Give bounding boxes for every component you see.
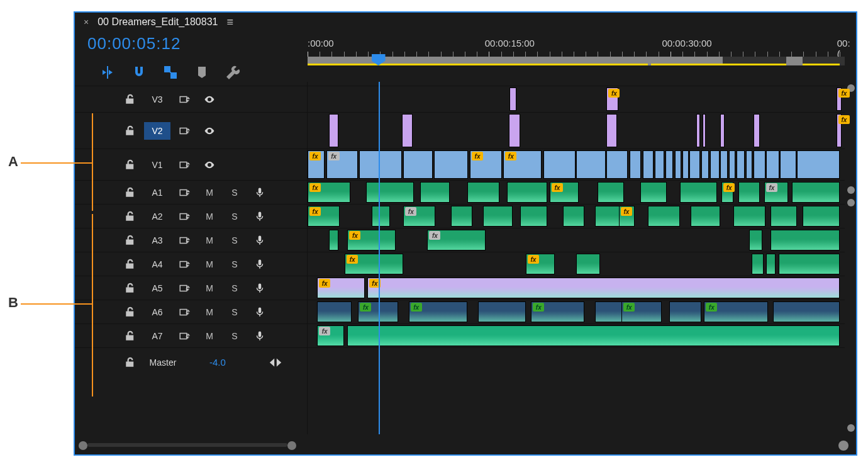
zoom-scrollbar[interactable] (79, 439, 296, 451)
audio-track-header-a3[interactable]: A3MS (75, 228, 307, 252)
close-sequence-button[interactable]: × (84, 17, 89, 27)
clip[interactable]: fx (606, 87, 618, 111)
audio-track-row-a4[interactable]: fxfx (308, 252, 845, 276)
master-volume-value[interactable]: -4.0 (209, 357, 226, 368)
clip[interactable] (675, 150, 681, 179)
solo-toggle[interactable]: S (223, 256, 246, 273)
marker-icon[interactable] (194, 65, 209, 80)
vscroll-nub-bottom[interactable] (847, 424, 855, 432)
lock-toggle[interactable] (119, 122, 142, 140)
clip[interactable]: fx (704, 301, 768, 322)
hscroll-nub-right[interactable] (838, 441, 849, 451)
clip[interactable]: fx (345, 254, 403, 274)
clip[interactable] (729, 150, 735, 179)
clip[interactable] (402, 114, 413, 147)
clip[interactable] (733, 206, 765, 227)
audio-track-header-a7[interactable]: A7MS (75, 324, 307, 347)
clip[interactable] (643, 150, 654, 179)
audio-track-row-a6[interactable]: fxfxfxfxfx (308, 300, 845, 324)
lock-toggle[interactable] (119, 303, 142, 321)
vertical-scrollbar[interactable] (847, 82, 855, 434)
timeline-clip-area[interactable]: fxfxfxfxfxfxfxfxfxfxfxfxfxfxfxfxfxfxfxfx… (308, 82, 856, 434)
solo-toggle[interactable]: S (223, 327, 246, 345)
track-target-a7[interactable]: A7 (144, 327, 170, 345)
mute-toggle[interactable]: M (198, 279, 221, 297)
clip[interactable] (640, 182, 667, 203)
audio-track-header-a6[interactable]: A6MS (75, 300, 307, 324)
voiceover-record-toggle[interactable] (248, 327, 271, 345)
clip[interactable] (771, 206, 797, 227)
insert-overwrite-icon[interactable] (100, 65, 115, 80)
wrench-icon[interactable] (226, 65, 241, 80)
clip[interactable] (738, 182, 760, 203)
voiceover-record-toggle[interactable] (248, 303, 271, 321)
clip[interactable] (773, 301, 840, 322)
clip[interactable]: fx (427, 230, 486, 250)
clip[interactable] (797, 150, 840, 179)
mute-toggle[interactable]: M (198, 327, 221, 345)
clip[interactable] (606, 150, 628, 179)
lock-toggle[interactable] (119, 156, 142, 174)
video-track-row-v2[interactable]: fx (308, 112, 845, 149)
clip[interactable] (507, 182, 547, 203)
clip[interactable] (483, 206, 513, 227)
clip[interactable] (630, 150, 642, 179)
video-track-header-v2[interactable]: V2 (75, 112, 307, 149)
clip[interactable]: fx (526, 254, 555, 274)
clip[interactable]: fx (367, 278, 840, 298)
clip[interactable] (329, 114, 338, 147)
work-area-bar[interactable] (308, 57, 845, 65)
sync-lock-toggle[interactable] (173, 184, 196, 201)
current-time-display[interactable]: 00:00:05:12 (87, 34, 308, 53)
track-target-a3[interactable]: A3 (144, 232, 170, 249)
clip[interactable]: fx (308, 182, 350, 203)
sync-lock-toggle[interactable] (173, 327, 196, 345)
mute-toggle[interactable]: M (198, 232, 221, 249)
clip[interactable] (403, 150, 433, 179)
voiceover-record-toggle[interactable] (248, 208, 271, 225)
track-target-a6[interactable]: A6 (144, 303, 170, 321)
lock-toggle[interactable] (119, 256, 142, 273)
clip[interactable] (792, 182, 840, 203)
solo-toggle[interactable]: S (223, 184, 246, 201)
mute-toggle[interactable]: M (198, 256, 221, 273)
clip[interactable] (329, 230, 338, 250)
clip[interactable]: fx (837, 114, 842, 147)
sync-lock-toggle[interactable] (173, 303, 196, 321)
clip[interactable] (576, 254, 600, 274)
clip[interactable]: fx (503, 150, 542, 179)
audio-track-row-a1[interactable]: fxfxfxfx (308, 180, 845, 204)
video-track-row-v3[interactable]: fxfx (308, 86, 845, 112)
clip[interactable] (359, 150, 402, 179)
clip[interactable] (701, 150, 709, 179)
clip[interactable]: fx (409, 301, 467, 322)
lock-toggle[interactable] (119, 184, 142, 201)
clip[interactable] (689, 150, 700, 179)
clip[interactable] (420, 182, 450, 203)
audio-track-header-a2[interactable]: A2MS (75, 204, 307, 228)
clip[interactable] (720, 150, 728, 179)
audio-track-row-a7[interactable]: fx (308, 324, 845, 347)
audio-track-row-a5[interactable]: fxfx (308, 276, 845, 300)
lock-toggle[interactable] (119, 208, 142, 225)
track-target-a4[interactable]: A4 (144, 256, 170, 273)
audio-track-row-a3[interactable]: fxfx (308, 228, 845, 252)
track-target-v2[interactable]: V2 (144, 122, 170, 140)
clip[interactable] (669, 301, 701, 322)
sync-lock-toggle[interactable] (173, 279, 196, 297)
clip[interactable]: fx (308, 150, 325, 179)
audio-track-header-a1[interactable]: A1MS (75, 180, 307, 204)
track-target-a2[interactable]: A2 (144, 208, 170, 225)
mute-toggle[interactable]: M (198, 208, 221, 225)
lock-toggle[interactable] (119, 91, 142, 108)
solo-toggle[interactable]: S (223, 279, 246, 297)
clip[interactable] (737, 150, 745, 179)
track-target-a1[interactable]: A1 (144, 184, 170, 201)
voiceover-record-toggle[interactable] (248, 184, 271, 201)
clip[interactable] (467, 182, 499, 203)
clip[interactable] (509, 87, 516, 111)
track-output-toggle[interactable] (198, 156, 221, 174)
clip[interactable] (766, 150, 779, 179)
clip[interactable] (648, 206, 680, 227)
vscroll-nub-mid2[interactable] (847, 199, 855, 206)
